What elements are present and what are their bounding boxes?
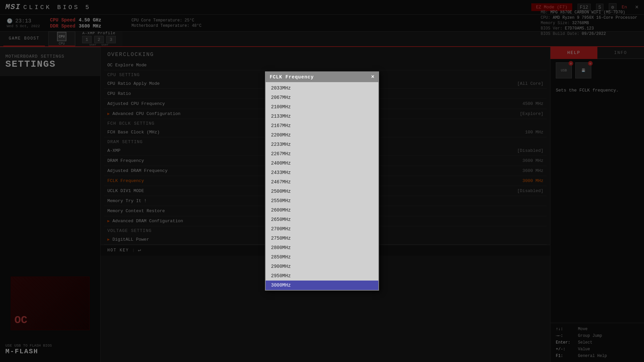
fclk-option[interactable]: 2133MHz — [266, 112, 378, 121]
fclk-option[interactable]: 2700MHz — [266, 224, 378, 234]
modal-overlay: FCLK Frequency × 1680MHz1733MHz1750MHz17… — [0, 0, 644, 362]
fclk-option[interactable]: 2033MHz — [266, 83, 378, 93]
fclk-option[interactable]: 2550MHz — [266, 196, 378, 205]
fclk-option[interactable]: 2433MHz — [266, 168, 378, 177]
fclk-modal-title-bar: FCLK Frequency × — [266, 72, 378, 82]
fclk-modal: FCLK Frequency × 1680MHz1733MHz1750MHz17… — [265, 71, 379, 291]
fclk-option[interactable]: 2467MHz — [266, 177, 378, 187]
fclk-option[interactable]: 2600MHz — [266, 205, 378, 215]
fclk-option[interactable]: 2800MHz — [266, 243, 378, 252]
fclk-option[interactable]: 2233MHz — [266, 140, 378, 149]
fclk-option[interactable]: 2950MHz — [266, 271, 378, 281]
fclk-modal-close-button[interactable]: × — [371, 74, 374, 80]
fclk-option[interactable]: 2400MHz — [266, 159, 378, 168]
fclk-option[interactable]: 2850MHz — [266, 252, 378, 262]
fclk-option[interactable]: 2167MHz — [266, 121, 378, 130]
fclk-option[interactable]: 2900MHz — [266, 262, 378, 271]
fclk-option[interactable]: 2067MHz — [266, 93, 378, 102]
fclk-option[interactable]: 2500MHz — [266, 187, 378, 196]
fclk-option[interactable]: 2650MHz — [266, 215, 378, 224]
fclk-option[interactable]: 2750MHz — [266, 234, 378, 243]
fclk-option[interactable]: 2267MHz — [266, 149, 378, 159]
fclk-option[interactable]: 3000MHz — [266, 281, 378, 290]
fclk-option[interactable]: 2100MHz — [266, 102, 378, 112]
fclk-modal-title: FCLK Frequency — [270, 74, 314, 80]
fclk-list-container[interactable]: 1680MHz1733MHz1750MHz1760MHz1800MHz2000M… — [266, 82, 378, 290]
fclk-option[interactable]: 2200MHz — [266, 130, 378, 140]
